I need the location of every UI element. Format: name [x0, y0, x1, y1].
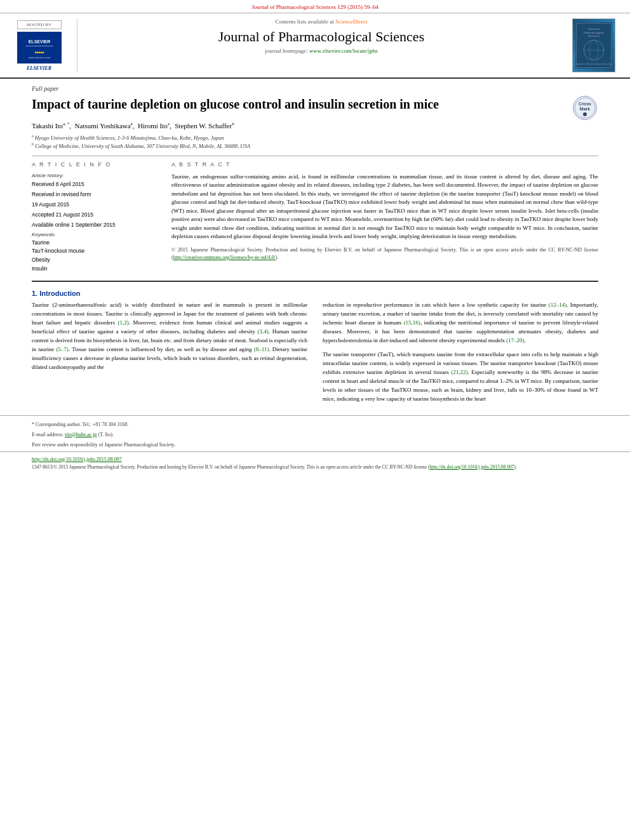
authors-line: Takashi Itoa, *, Natsumi Yoshikawaa, Hir… — [32, 121, 598, 130]
ref-15-16[interactable]: (15,16) — [404, 319, 420, 326]
ref-17-20[interactable]: (17–20) — [506, 337, 525, 343]
intro-para-1: Taurine (2-aminoethanesulfonic acid) is … — [32, 301, 307, 372]
journal-reference: Journal of Pharmacological Sciences 129 … — [0, 0, 630, 13]
introduction-section: 1. Introduction Taurine (2-aminoethanesu… — [0, 290, 630, 408]
author-3-sup: a — [168, 121, 170, 126]
journal-homepage: journal homepage: www.elsevier.com/locat… — [87, 48, 556, 54]
bottom-cc-link[interactable]: http://dx.doi.org/10.1016/j.jphs.2015.08… — [429, 464, 514, 470]
svg-point-17 — [583, 112, 587, 116]
intro-two-columns: Taurine (2-aminoethanesulfonic acid) is … — [32, 301, 598, 408]
history-label: Article history: — [32, 173, 159, 178]
article-info-header: A R T I C L E I N F O — [32, 161, 159, 168]
contents-line: Contents lists available at ScienceDirec… — [87, 18, 556, 25]
corresponding-author-note: * Corresponding author. Tel.: +81 78 304… — [32, 421, 598, 429]
author-2: Natsumi Yoshikawa — [75, 122, 131, 130]
ref-3-4[interactable]: (3,4) — [258, 328, 269, 335]
contents-label: Contents lists available at — [276, 18, 334, 25]
ref-12-14[interactable]: (12–14) — [549, 302, 567, 308]
homepage-label: journal homepage: — [265, 48, 307, 54]
footer-section: * Corresponding author. Tel.: +81 78 304… — [0, 415, 630, 449]
revised-date: 19 August 2015 — [32, 201, 159, 208]
doi-link[interactable]: http://dx.doi.org/10.1016/j.jphs.2015.08… — [32, 457, 122, 462]
author-4-sup: b — [232, 121, 234, 126]
revised-label: Received in revised form — [32, 191, 159, 197]
intro-para-3: The taurine transporter (TauT), which tr… — [323, 350, 598, 404]
elsevier-text: ELSEVIER — [27, 65, 51, 71]
affiliation-1: a Hyogo University of Health Sciences, 1… — [32, 133, 598, 142]
svg-text:Japanese Pharmacological Socie: Japanese Pharmacological Society — [577, 63, 612, 65]
intro-section-title: 1. Introduction — [32, 290, 598, 297]
keywords-label: Keywords: — [32, 232, 159, 237]
author-1: Takashi Ito — [32, 122, 63, 130]
received-date: Received 8 April 2015 — [32, 181, 159, 187]
keyword-taut: TauT-knockout mouse — [32, 247, 159, 256]
affiliations: a Hyogo University of Health Sciences, 1… — [32, 133, 598, 150]
section-divider — [32, 156, 598, 156]
crossmark-badge: Cross Mark — [573, 96, 598, 121]
hosted-by-label: HOSTED BY — [17, 20, 62, 29]
author-email-link[interactable]: tito@huhs.ac.jp — [65, 432, 97, 437]
author-1-sup: a, * — [63, 121, 69, 126]
affiliation-2: b College of Medicine, University of Sou… — [32, 142, 598, 150]
keyword-insulin: Insulin — [32, 265, 159, 274]
abstract-column: A B S T R A C T Taurine, an endogenous s… — [171, 161, 598, 273]
abstract-text: Taurine, an endogenous sulfur-containing… — [171, 173, 598, 241]
keyword-taurine: Taurine — [32, 239, 159, 248]
email-label: E-mail address: — [32, 432, 64, 437]
homepage-link[interactable]: www.elsevier.com/locate/jphs — [309, 48, 378, 54]
title-row: Impact of taurine depletion on glucose c… — [32, 96, 598, 121]
paper-title: Impact of taurine depletion on glucose c… — [32, 96, 439, 112]
paper-type-label: Full paper — [32, 85, 598, 92]
author-3: Hiromi Ito — [138, 122, 168, 130]
copyright-text: © 2015 Japanese Pharmacological Society.… — [171, 246, 598, 262]
article-info-abstract: A R T I C L E I N F O Article history: R… — [32, 161, 598, 273]
svg-rect-2 — [25, 46, 53, 46]
cc-license-link[interactable]: http://creativecommons.org/licenses/by-n… — [173, 255, 276, 260]
svg-text:Pharmacological: Pharmacological — [584, 31, 604, 34]
doi-line: http://dx.doi.org/10.1016/j.jphs.2015.08… — [32, 456, 598, 463]
svg-text:Cross: Cross — [579, 102, 591, 106]
ref-21-22[interactable]: (21,22) — [451, 369, 467, 375]
svg-text:ELSEVIER: ELSEVIER — [28, 39, 50, 44]
email-note: E-mail address: tito@huhs.ac.jp (T. Ito)… — [32, 431, 598, 439]
article-info-column: A R T I C L E I N F O Article history: R… — [32, 161, 159, 273]
corresponding-author-text: * Corresponding author. Tel.: +81 78 304… — [32, 422, 128, 427]
keyword-obesity: Obesity — [32, 256, 159, 265]
journal-ref-text: Journal of Pharmacological Sciences 129 … — [251, 4, 378, 10]
email-person: (T. Ito). — [98, 432, 114, 437]
online-date: Available online 1 September 2015 — [32, 222, 159, 228]
accepted-date: Accepted 21 August 2015 — [32, 211, 159, 218]
ref-8-11[interactable]: (8–11) — [254, 346, 269, 352]
svg-text:www.elsevier.com: www.elsevier.com — [27, 56, 50, 59]
journal-cover-section: Journal of Pharmacological Sciences Japa… — [565, 18, 622, 72]
peer-review-note: Peer review under responsibility of Japa… — [32, 441, 598, 449]
intro-column-right: reduction in reproductive performance in… — [323, 301, 598, 408]
author-4: Stephen W. Schaffer — [175, 122, 232, 130]
ref-5-7[interactable]: (5–7) — [56, 346, 69, 352]
ref-1-2[interactable]: (1,2) — [118, 319, 129, 326]
elsevier-logo-section: HOSTED BY ELSEVIER ■■■■■ www.elsevier.co… — [8, 18, 77, 72]
crossmark-icon: Cross Mark — [573, 96, 597, 120]
journal-title: Journal of Pharmacological Sciences — [87, 29, 556, 45]
elsevier-logo: ELSEVIER ■■■■■ www.elsevier.com — [17, 32, 62, 63]
svg-text:■■■■■: ■■■■■ — [34, 50, 44, 54]
bottom-bar: http://dx.doi.org/10.1016/j.jphs.2015.08… — [0, 451, 630, 474]
journal-title-section: Contents lists available at ScienceDirec… — [77, 18, 565, 72]
svg-text:Sciences: Sciences — [588, 34, 600, 37]
abstract-header: A B S T R A C T — [171, 161, 598, 168]
svg-text:Mark: Mark — [580, 107, 590, 111]
journal-cover-image: Journal of Pharmacological Sciences Japa… — [572, 18, 615, 72]
journal-header: HOSTED BY ELSEVIER ■■■■■ www.elsevier.co… — [0, 13, 630, 79]
section-break — [32, 281, 598, 282]
svg-text:Journal of: Journal of — [587, 27, 600, 30]
issn-line: 1347-8613/© 2015 Japanese Pharmacologica… — [32, 463, 598, 470]
intro-column-left: Taurine (2-aminoethanesulfonic acid) is … — [32, 301, 307, 408]
sciencedirect-link[interactable]: ScienceDirect — [335, 18, 367, 25]
paper-section: Full paper Impact of taurine depletion o… — [0, 79, 630, 273]
author-2-sup: a — [131, 121, 133, 126]
intro-para-2: reduction in reproductive performance in… — [323, 301, 598, 345]
